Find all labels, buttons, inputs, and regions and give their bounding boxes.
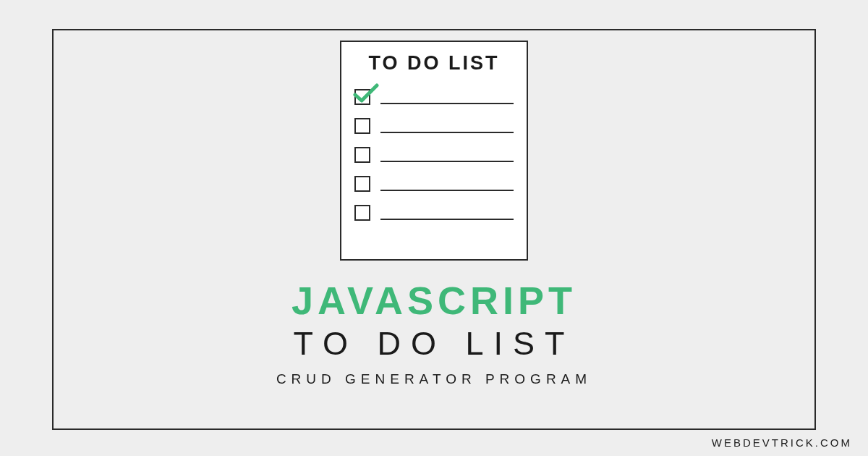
checkbox-icon — [354, 205, 370, 221]
watermark: WEBDEVTRICK.COM — [712, 436, 852, 449]
item-line — [380, 103, 514, 104]
list-item — [354, 118, 514, 134]
content-frame: TO DO LIST JAVASCRIPT TO — [52, 29, 816, 430]
list-item — [354, 205, 514, 221]
paper-title: TO DO LIST — [368, 52, 499, 75]
item-line — [380, 161, 514, 162]
checkbox-icon — [354, 147, 370, 163]
checkbox-icon — [354, 176, 370, 192]
list-item — [354, 89, 514, 105]
item-line — [380, 190, 514, 191]
list-item — [354, 176, 514, 192]
item-line — [380, 132, 514, 133]
item-line — [380, 219, 514, 220]
todo-paper: TO DO LIST — [340, 41, 528, 261]
list-item — [354, 147, 514, 163]
checkmark-icon — [353, 83, 379, 105]
heading-main: JAVASCRIPT — [276, 281, 592, 320]
checkbox-checked-icon — [354, 89, 370, 105]
heading-description: CRUD GENERATOR PROGRAM — [276, 371, 592, 387]
title-block: JAVASCRIPT TO DO LIST CRUD GENERATOR PRO… — [276, 281, 592, 387]
checkbox-icon — [354, 118, 370, 134]
heading-sub: TO DO LIST — [276, 327, 592, 360]
